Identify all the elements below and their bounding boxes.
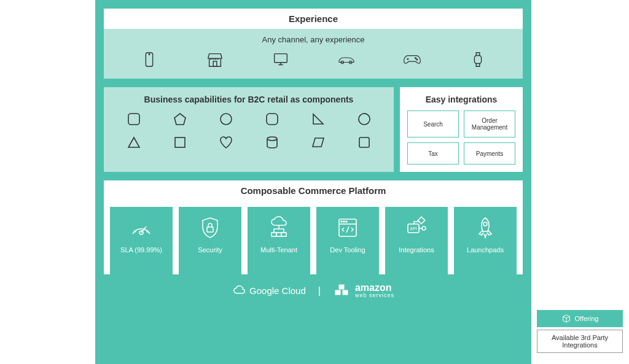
svg-rect-18 bbox=[207, 227, 213, 232]
shield-lock-icon bbox=[198, 215, 222, 240]
google-cloud-label: Google Cloud bbox=[249, 285, 306, 296]
svg-point-13 bbox=[267, 137, 277, 141]
svg-rect-31 bbox=[339, 285, 344, 289]
platform-card-label: Dev Tooling bbox=[330, 246, 365, 254]
rocket-icon bbox=[473, 215, 498, 240]
shape-triangle-icon bbox=[127, 135, 141, 150]
svg-rect-8 bbox=[474, 55, 481, 63]
aws-boxes-icon bbox=[333, 284, 350, 298]
aws-label-line2: web services bbox=[355, 293, 394, 298]
svg-rect-33 bbox=[343, 290, 348, 295]
integration-search: Search bbox=[407, 110, 459, 137]
cube-icon bbox=[561, 314, 571, 323]
svg-rect-11 bbox=[267, 114, 278, 125]
shape-heart-icon bbox=[219, 135, 233, 150]
platform-card-launchpads: Launchpads bbox=[454, 207, 517, 274]
footer-divider: | bbox=[318, 285, 321, 296]
architecture-diagram-frame: Experience Any channel, any experience B… bbox=[95, 0, 531, 364]
store-icon bbox=[206, 50, 224, 69]
legend-offering-label: Offering bbox=[575, 315, 599, 322]
svg-point-30 bbox=[483, 222, 487, 226]
svg-rect-12 bbox=[175, 137, 185, 147]
platform-card-security: Security bbox=[179, 207, 241, 274]
business-capabilities-title: Business capabilities for B2C retail as … bbox=[116, 95, 381, 104]
mobile-icon bbox=[140, 50, 158, 69]
api-plug-icon: API bbox=[404, 215, 429, 240]
platform-card-label: Multi-Tenant bbox=[260, 246, 297, 254]
experience-panel: Any channel, any experience bbox=[104, 29, 523, 79]
integrations-panel: Easy integrations Search Order Managemen… bbox=[400, 87, 523, 172]
platform-card-label: Security bbox=[198, 246, 222, 254]
svg-point-16 bbox=[135, 231, 136, 232]
svg-point-10 bbox=[221, 114, 232, 125]
code-window-icon bbox=[335, 215, 360, 240]
cloud-network-icon bbox=[267, 215, 291, 240]
svg-rect-3 bbox=[274, 54, 287, 63]
svg-point-17 bbox=[147, 231, 148, 232]
legend: Offering Available 3rd Party Integration… bbox=[537, 308, 623, 353]
svg-point-24 bbox=[343, 221, 345, 222]
legend-third-party: Available 3rd Party Integrations bbox=[537, 330, 623, 353]
svg-rect-21 bbox=[281, 233, 286, 236]
experience-subtitle: Any channel, any experience bbox=[116, 35, 510, 44]
aws-label-line1: amazon bbox=[355, 283, 394, 293]
svg-point-23 bbox=[341, 221, 342, 222]
integration-payments: Payments bbox=[464, 142, 515, 165]
integrations-title: Easy integrations bbox=[407, 95, 515, 104]
shape-circle-icon bbox=[219, 112, 233, 126]
google-cloud-logo: Google Cloud bbox=[232, 284, 306, 298]
car-icon bbox=[337, 50, 356, 69]
platform-cards-row: SLA (99.99%) Security Multi-Tenant Dev T… bbox=[104, 201, 523, 274]
shape-parallelogram-icon bbox=[311, 135, 326, 150]
experience-title: Experience bbox=[104, 9, 523, 29]
shape-right-triangle-icon bbox=[311, 112, 326, 126]
aws-logo: amazon web services bbox=[333, 283, 394, 298]
platform-card-label: SLA (99.99%) bbox=[120, 246, 162, 254]
platform-card-sla: SLA (99.99%) bbox=[110, 207, 173, 274]
legend-offering: Offering bbox=[537, 310, 623, 327]
watch-icon bbox=[469, 50, 487, 69]
integration-tax: Tax bbox=[407, 142, 459, 165]
platform-card-label: Integrations bbox=[399, 246, 434, 254]
shape-cylinder-icon bbox=[265, 135, 279, 150]
platform-card-label: Launchpads bbox=[467, 246, 504, 254]
shape-rounded-square-icon bbox=[265, 112, 279, 126]
platform-card-multitenant: Multi-Tenant bbox=[248, 207, 310, 274]
desktop-icon bbox=[272, 50, 290, 69]
svg-rect-20 bbox=[276, 233, 281, 236]
svg-point-1 bbox=[149, 54, 150, 55]
business-capabilities-panel: Business capabilities for B2C retail as … bbox=[104, 87, 394, 172]
svg-rect-14 bbox=[359, 137, 369, 147]
svg-rect-2 bbox=[213, 61, 217, 66]
shape-square-icon bbox=[173, 135, 187, 150]
platform-card-devtooling: Dev Tooling bbox=[316, 207, 379, 274]
shape-pentagon-icon bbox=[173, 112, 187, 126]
legend-third-party-label: Available 3rd Party Integrations bbox=[541, 334, 619, 349]
svg-rect-32 bbox=[335, 290, 340, 295]
cloud-providers-footer: Google Cloud | amazon web services bbox=[104, 274, 523, 301]
platform-title: Composable Commerce Platform bbox=[104, 180, 523, 201]
svg-text:API: API bbox=[410, 227, 416, 231]
svg-rect-29 bbox=[418, 217, 424, 223]
gauge-icon bbox=[129, 215, 154, 240]
middle-row: Business capabilities for B2C retail as … bbox=[104, 87, 523, 172]
google-cloud-icon bbox=[232, 284, 246, 298]
gamepad-icon bbox=[403, 50, 421, 69]
channel-icon-row bbox=[116, 50, 510, 69]
shape-square-icon bbox=[357, 135, 372, 150]
svg-rect-19 bbox=[272, 233, 276, 236]
svg-point-7 bbox=[416, 59, 417, 60]
shape-rounded-square-icon bbox=[127, 112, 141, 126]
svg-rect-9 bbox=[128, 114, 139, 125]
shape-leaf-icon bbox=[357, 112, 372, 126]
platform-card-integrations: API Integrations bbox=[385, 207, 448, 274]
capability-shapes-grid bbox=[116, 112, 381, 150]
svg-point-6 bbox=[415, 58, 416, 59]
integration-order-management: Order Management bbox=[464, 110, 515, 137]
svg-point-25 bbox=[346, 221, 347, 222]
